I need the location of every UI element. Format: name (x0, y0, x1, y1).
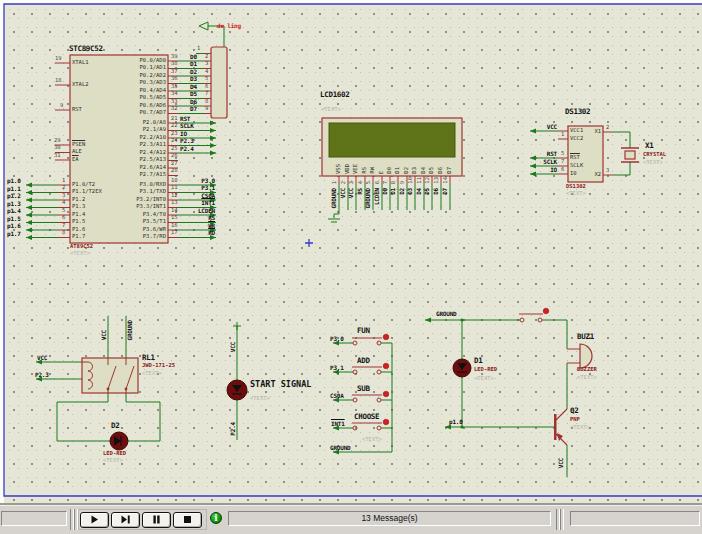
origin-marker-icon (305, 239, 313, 247)
schematic-drawing (0, 0, 702, 505)
start-signal-led[interactable] (227, 380, 247, 400)
junction-dot (460, 318, 463, 321)
status-message-panel: 13 Message(s) (228, 511, 551, 526)
step-button[interactable] (111, 512, 140, 528)
relay[interactable] (82, 358, 138, 393)
transistor-q2[interactable] (554, 409, 567, 445)
status-panel-right (570, 511, 700, 526)
status-bar: i 13 Message(s) (0, 505, 702, 534)
ds1302-body[interactable] (568, 126, 603, 182)
divider (560, 509, 564, 530)
info-icon[interactable]: i (210, 512, 222, 524)
play-icon (89, 514, 100, 525)
led-d2[interactable] (110, 432, 128, 450)
lcd-screen (329, 123, 455, 157)
led-d1[interactable] (453, 359, 471, 377)
simulation-controls (78, 509, 207, 530)
status-panel-left (1, 511, 67, 526)
info-glyph: i (214, 513, 217, 523)
junction-dot (460, 425, 463, 428)
connector-body[interactable] (211, 47, 227, 118)
mcu-body[interactable] (70, 55, 168, 243)
play-button[interactable] (80, 512, 109, 528)
buzzer-body[interactable] (580, 344, 592, 368)
schematic-canvas[interactable]: STC89C52AT89C52<TEXT>XTAL1XTAL2RSTPSENAL… (0, 0, 702, 505)
input-port-arrow-icon (199, 22, 208, 30)
push-buttons[interactable] (352, 314, 543, 430)
stop-button[interactable] (173, 512, 202, 528)
message-count: 13 Message(s) (361, 513, 417, 523)
crystal[interactable] (621, 148, 639, 162)
pause-button[interactable] (142, 512, 171, 528)
pause-icon (151, 514, 162, 525)
stop-icon (182, 514, 193, 525)
step-icon (120, 514, 131, 525)
